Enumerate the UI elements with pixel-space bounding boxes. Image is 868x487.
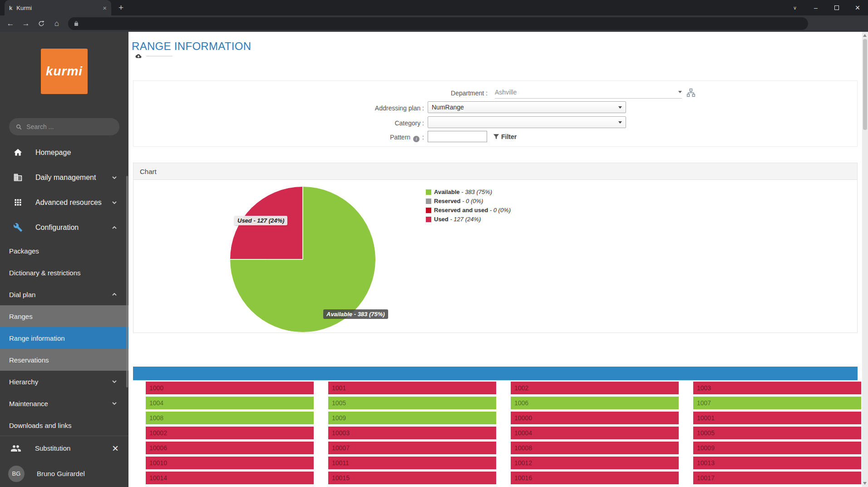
scroll-up-icon[interactable] — [863, 34, 867, 37]
new-tab-button[interactable]: + — [118, 3, 123, 13]
range-cell-1005[interactable]: 1005 — [328, 397, 496, 409]
range-cell-1002[interactable]: 1002 — [511, 382, 679, 394]
home-button[interactable]: ⌂ — [50, 17, 64, 30]
chevron-up-icon — [111, 291, 118, 298]
export-row — [134, 53, 173, 59]
chevron-down-icon — [111, 400, 118, 407]
range-cell-10011[interactable]: 10011 — [328, 457, 496, 469]
range-cell-10003[interactable]: 10003 — [328, 427, 496, 439]
lock-icon — [74, 21, 79, 26]
sidebar-item-label: Ranges — [9, 313, 33, 320]
url-bar[interactable] — [68, 17, 808, 30]
ranges-grid: 1000100110021003100410051006100710081009… — [146, 382, 861, 484]
sidebar-search[interactable] — [9, 118, 119, 135]
category-select[interactable] — [428, 116, 626, 128]
sidebar-item-hierarchy[interactable]: Hierarchy — [0, 371, 128, 393]
addressing-plan-label: Addressing plan : — [311, 104, 424, 112]
sidebar-item-dial-plan[interactable]: Dial plan — [0, 283, 128, 305]
forward-button[interactable]: → — [19, 17, 33, 30]
search-input[interactable] — [26, 123, 113, 130]
range-cell-10004[interactable]: 10004 — [511, 427, 679, 439]
caret-down-icon — [618, 121, 622, 124]
browser-tab[interactable]: k Kurmi × — [5, 0, 111, 15]
back-button[interactable]: ← — [4, 17, 17, 30]
range-cell-1001[interactable]: 1001 — [328, 382, 496, 394]
scrollbar-thumb[interactable] — [863, 39, 867, 130]
sidebar-scrollbar-thumb[interactable] — [126, 176, 128, 388]
chevron-down-icon — [111, 199, 118, 206]
legend-swatch — [426, 199, 431, 204]
chart-panel: Chart Used - 127 (24%) Available - 383 (… — [133, 163, 858, 333]
substitution-close-icon[interactable]: × — [112, 442, 118, 455]
range-cell-10008[interactable]: 10008 — [511, 442, 679, 454]
sidebar-item-packages[interactable]: Packages — [0, 240, 128, 262]
sidebar-item-range-information[interactable]: Range information — [0, 327, 128, 349]
maximize-button[interactable] — [826, 0, 847, 15]
sidebar-item-advanced-resources[interactable]: Advanced resources — [0, 190, 128, 215]
filter-button[interactable]: Filter — [493, 131, 517, 142]
legend-item[interactable]: Available - 383 (75%) — [426, 189, 511, 195]
scroll-down-icon[interactable] — [863, 482, 867, 485]
sidebar-item-label: Maintenance — [9, 400, 48, 407]
legend-item[interactable]: Used - 127 (24%) — [426, 216, 511, 223]
range-cell-10016[interactable]: 10016 — [511, 472, 679, 484]
sidebar-item-maintenance[interactable]: Maintenance — [0, 393, 128, 414]
sidebar-item-homepage[interactable]: Homepage — [0, 140, 128, 165]
sidebar-item-label: Range information — [9, 334, 65, 342]
info-icon[interactable]: i — [413, 136, 419, 142]
substitution-row[interactable]: Substitution × — [0, 436, 128, 460]
avatar[interactable]: BG — [8, 466, 25, 482]
minimize-button[interactable]: – — [805, 0, 826, 15]
range-cell-1000[interactable]: 1000 — [146, 382, 314, 394]
range-cell-1004[interactable]: 1004 — [146, 397, 314, 409]
sidebar-item-daily-management[interactable]: Daily management — [0, 165, 128, 190]
range-cell-1008[interactable]: 1008 — [146, 412, 314, 424]
pattern-input[interactable] — [428, 131, 487, 142]
legend-item[interactable]: Reserved - 0 (0%) — [426, 198, 511, 204]
user-row[interactable]: BG Bruno Guirardel — [0, 460, 128, 487]
pie-tooltip-used: Used - 127 (24%) — [234, 216, 287, 225]
legend-label: Available - 383 (75%) — [434, 189, 492, 195]
close-button[interactable]: × — [847, 0, 868, 15]
cloud-download-icon[interactable] — [134, 53, 143, 59]
sidebar-item-configuration[interactable]: Configuration — [0, 215, 128, 240]
addressing-plan-select[interactable]: NumRange — [428, 101, 626, 113]
hierarchy-picker-button[interactable] — [686, 88, 695, 99]
window-chevron-icon[interactable]: ∨ — [784, 0, 805, 15]
range-cell-1003[interactable]: 1003 — [693, 382, 861, 394]
apps-grid-icon — [13, 198, 23, 207]
reload-button[interactable] — [35, 17, 48, 30]
range-cell-10002[interactable]: 10002 — [146, 427, 314, 439]
kurmi-logo[interactable]: kurmi — [41, 49, 88, 94]
sidebar-item-reservations[interactable]: Reservations — [0, 349, 128, 371]
range-cell-10005[interactable]: 10005 — [693, 427, 861, 439]
range-cell-10013[interactable]: 10013 — [693, 457, 861, 469]
legend-item[interactable]: Reserved and used - 0 (0%) — [426, 207, 511, 214]
page-scrollbar[interactable] — [862, 32, 868, 487]
sidebar-item-ranges[interactable]: Ranges — [0, 305, 128, 327]
range-cell-1007[interactable]: 1007 — [693, 397, 861, 409]
legend-label: Reserved and used - 0 (0%) — [434, 207, 511, 214]
range-cell-1009[interactable]: 1009 — [328, 412, 496, 424]
range-cell-10010[interactable]: 10010 — [146, 457, 314, 469]
maximize-icon — [834, 5, 839, 10]
sidebar-item-downloads-and-links[interactable]: Downloads and links — [0, 414, 128, 436]
department-select[interactable]: Ashville — [495, 86, 682, 99]
range-cell-1006[interactable]: 1006 — [511, 397, 679, 409]
sidebar-item-label: Homepage — [35, 149, 71, 157]
range-cell-10014[interactable]: 10014 — [146, 472, 314, 484]
range-cell-10015[interactable]: 10015 — [328, 472, 496, 484]
range-cell-10006[interactable]: 10006 — [146, 442, 314, 454]
sidebar-item-dictionary-restrictions[interactable]: Dictionary & restrictions — [0, 262, 128, 283]
search-icon — [16, 124, 22, 130]
range-cell-10007[interactable]: 10007 — [328, 442, 496, 454]
range-cell-10000[interactable]: 10000 — [511, 412, 679, 424]
ranges-table-header-bar[interactable] — [133, 367, 858, 380]
range-cell-10009[interactable]: 10009 — [693, 442, 861, 454]
range-cell-10001[interactable]: 10001 — [693, 412, 861, 424]
tab-title: Kurmi — [16, 5, 99, 11]
range-cell-10012[interactable]: 10012 — [511, 457, 679, 469]
tab-close-icon[interactable]: × — [103, 4, 107, 12]
sitemap-icon — [686, 88, 695, 97]
range-cell-10017[interactable]: 10017 — [693, 472, 861, 484]
